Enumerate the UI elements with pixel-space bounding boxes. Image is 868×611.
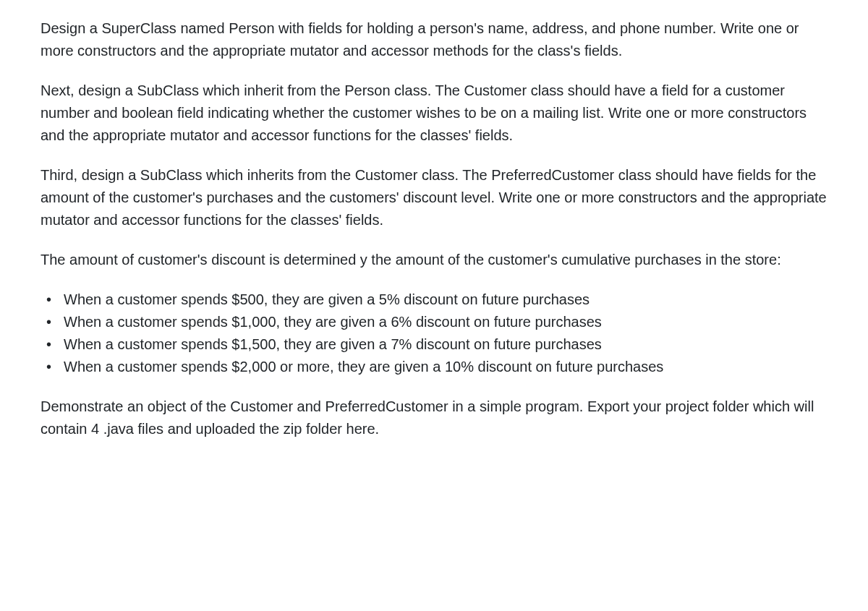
list-item: When a customer spends $500, they are gi…	[45, 289, 827, 311]
list-item: When a customer spends $1,000, they are …	[45, 311, 827, 333]
paragraph-customer-subclass: Next, design a SubClass which inherit fr…	[41, 80, 827, 147]
paragraph-preferredcustomer-subclass: Third, design a SubClass which inherits …	[41, 164, 827, 231]
paragraph-demonstrate: Demonstrate an object of the Customer an…	[41, 396, 827, 440]
list-item: When a customer spends $2,000 or more, t…	[45, 356, 827, 378]
paragraph-discount-intro: The amount of customer's discount is det…	[41, 249, 827, 271]
discount-rules-list: When a customer spends $500, they are gi…	[41, 289, 827, 378]
list-item: When a customer spends $1,500, they are …	[45, 333, 827, 356]
paragraph-person-class: Design a SuperClass named Person with fi…	[41, 17, 827, 62]
